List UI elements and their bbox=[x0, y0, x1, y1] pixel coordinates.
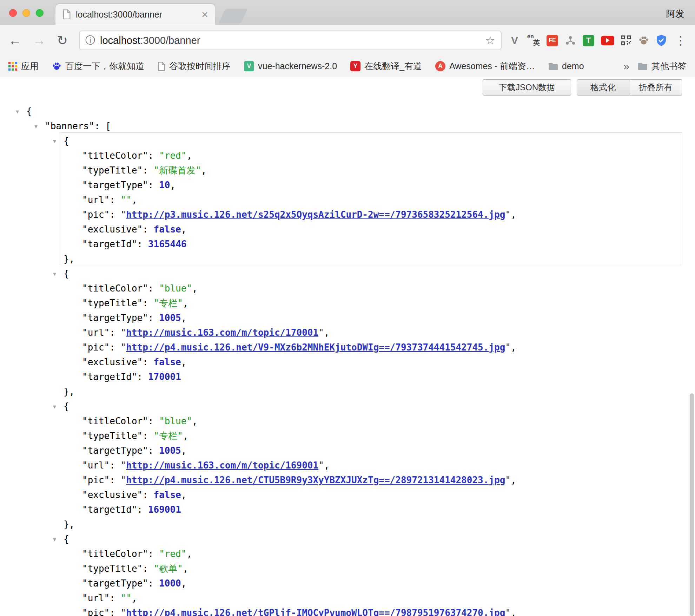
reload-icon[interactable]: ↻ bbox=[57, 34, 68, 47]
json-token: " bbox=[121, 475, 126, 485]
json-token: "pic" bbox=[82, 342, 110, 353]
json-line: "titleColor": "blue", bbox=[0, 414, 695, 428]
json-link[interactable]: http://music.163.com/m/topic/170001 bbox=[126, 327, 318, 338]
fe-icon[interactable]: FE bbox=[547, 35, 558, 46]
zoom-window-button[interactable] bbox=[36, 9, 44, 17]
json-token: : bbox=[143, 563, 153, 574]
json-token: : bbox=[148, 180, 159, 190]
browser-tab[interactable]: localhost:3000/banner × bbox=[55, 4, 215, 25]
youtube-icon[interactable] bbox=[601, 36, 614, 45]
json-token: "url" bbox=[82, 593, 110, 603]
blue-shield-icon[interactable] bbox=[656, 34, 667, 46]
json-token: { bbox=[64, 136, 69, 146]
json-token: : bbox=[137, 372, 148, 382]
json-token: "banners" bbox=[45, 121, 94, 131]
json-line: "titleColor": "red", bbox=[0, 148, 695, 163]
profile-name[interactable]: 阿发 bbox=[666, 8, 684, 20]
json-token: : bbox=[110, 608, 120, 616]
collapse-triangle-icon[interactable]: ▼ bbox=[16, 104, 19, 119]
bookmark-star-icon[interactable]: ☆ bbox=[485, 34, 495, 47]
format-button[interactable]: 格式化 bbox=[577, 79, 629, 96]
collapse-triangle-icon[interactable]: ▼ bbox=[53, 532, 56, 547]
bookmark-vue-hackernews[interactable]: V vue-hackernews-2.0 bbox=[244, 61, 337, 71]
bookmark-awesomes[interactable]: A Awesomes - 前端资… bbox=[435, 60, 535, 72]
bookmark-google-sort[interactable]: 谷歌按时间排序 bbox=[158, 60, 231, 72]
bookmark-label: vue-hackernews-2.0 bbox=[258, 61, 337, 71]
json-token: }, bbox=[64, 254, 74, 264]
new-tab-button[interactable] bbox=[218, 9, 248, 24]
json-link[interactable]: http://p4.music.126.net/CTU5B9R9y3XyYBZX… bbox=[126, 475, 505, 485]
green-shield-icon[interactable]: T bbox=[583, 35, 594, 46]
address-bar[interactable]: ⓘ localhost:3000/banner ☆ bbox=[79, 31, 502, 50]
json-line: "targetId": 170001 bbox=[0, 369, 695, 384]
apps-shortcut[interactable]: 应用 bbox=[8, 60, 39, 72]
menu-icon[interactable]: ⋮ bbox=[675, 34, 687, 46]
json-token: , bbox=[183, 563, 188, 574]
close-window-button[interactable] bbox=[9, 9, 17, 17]
qrcode-icon[interactable] bbox=[621, 35, 631, 46]
bookmark-baidu[interactable]: 百度一下，你就知道 bbox=[52, 60, 144, 72]
sitemap-icon[interactable] bbox=[565, 35, 576, 46]
scrollbar[interactable] bbox=[690, 393, 694, 616]
back-icon[interactable]: ← bbox=[8, 34, 21, 47]
baidu-paw-icon bbox=[52, 61, 61, 71]
json-token: " bbox=[121, 209, 126, 220]
json-token: : bbox=[148, 283, 159, 294]
json-line: "targetType": 1005, bbox=[0, 443, 695, 458]
json-array-item: ▼{"titleColor": "red","typeTitle": "歌单",… bbox=[0, 532, 695, 616]
json-token: : bbox=[110, 460, 120, 471]
json-token: "typeTitle" bbox=[82, 165, 143, 176]
json-link[interactable]: http://p4.music.126.net/V9-MXz6b2MNhEKju… bbox=[126, 342, 505, 353]
translate-icon[interactable]: en英 bbox=[527, 34, 540, 47]
bookmarks-right-group: » 其他书签 bbox=[623, 60, 687, 72]
collapse-triangle-icon[interactable]: ▼ bbox=[53, 399, 56, 414]
json-token: " bbox=[505, 209, 511, 220]
bookmark-youdao[interactable]: Y 在线翻译_有道 bbox=[350, 60, 422, 72]
json-line: "typeTitle": "专栏", bbox=[0, 428, 695, 443]
json-link[interactable]: http://p3.music.126.net/s25q2x5QyqsAzilC… bbox=[126, 209, 505, 220]
json-token: : bbox=[148, 445, 159, 456]
json-token: " bbox=[121, 460, 126, 471]
json-token: , bbox=[132, 593, 137, 603]
json-token: "url" bbox=[82, 195, 110, 205]
collapse-all-button[interactable]: 折叠所有 bbox=[629, 79, 682, 96]
minimize-window-button[interactable] bbox=[22, 9, 30, 17]
json-token: " bbox=[505, 342, 511, 353]
extension-v-icon[interactable]: V bbox=[509, 34, 521, 46]
json-token: , bbox=[186, 549, 192, 559]
bookmark-label: 百度一下，你就知道 bbox=[65, 60, 144, 72]
json-line: "titleColor": "blue", bbox=[0, 281, 695, 296]
json-token: : bbox=[148, 549, 159, 559]
json-link[interactable]: http://music.163.com/m/topic/169001 bbox=[126, 460, 318, 471]
bookmarks-overflow-icon[interactable]: » bbox=[623, 60, 629, 72]
json-token: false bbox=[154, 357, 181, 367]
collapse-triangle-icon[interactable]: ▼ bbox=[34, 119, 38, 134]
json-token: " bbox=[505, 608, 511, 616]
other-bookmarks[interactable]: 其他书签 bbox=[638, 60, 687, 72]
forward-icon[interactable]: → bbox=[33, 34, 46, 47]
json-line: "targetId": 169001 bbox=[0, 502, 695, 517]
json-line: "exclusive": false, bbox=[0, 355, 695, 369]
download-json-button[interactable]: 下载JSON数据 bbox=[483, 79, 571, 96]
json-token: 1005 bbox=[159, 313, 181, 323]
json-token: : bbox=[148, 313, 159, 323]
json-token: , bbox=[201, 165, 207, 176]
json-token: , bbox=[181, 224, 187, 235]
close-tab-icon[interactable]: × bbox=[201, 9, 208, 20]
json-line: "titleColor": "red", bbox=[0, 546, 695, 561]
collapse-triangle-icon[interactable]: ▼ bbox=[53, 134, 56, 149]
bookmark-demo-folder[interactable]: demo bbox=[548, 61, 584, 71]
paw-icon[interactable] bbox=[638, 35, 649, 46]
json-token: 170001 bbox=[148, 372, 181, 382]
json-token: "targetType" bbox=[82, 180, 148, 190]
json-token: "pic" bbox=[82, 209, 110, 220]
json-token: , bbox=[192, 416, 198, 426]
collapse-triangle-icon[interactable]: ▼ bbox=[53, 267, 56, 281]
info-icon[interactable]: ⓘ bbox=[85, 34, 95, 47]
json-line: "pic": "http://p4.music.126.net/CTU5B9R9… bbox=[0, 473, 695, 487]
json-link[interactable]: http://p4.music.126.net/tGPljf-IMOCyPvum… bbox=[126, 608, 505, 616]
json-array-item: ▼{"titleColor": "blue","typeTitle": "专栏"… bbox=[0, 399, 695, 532]
json-token: "exclusive" bbox=[82, 490, 143, 500]
json-token: 10 bbox=[159, 180, 170, 190]
json-token: , bbox=[186, 150, 192, 161]
